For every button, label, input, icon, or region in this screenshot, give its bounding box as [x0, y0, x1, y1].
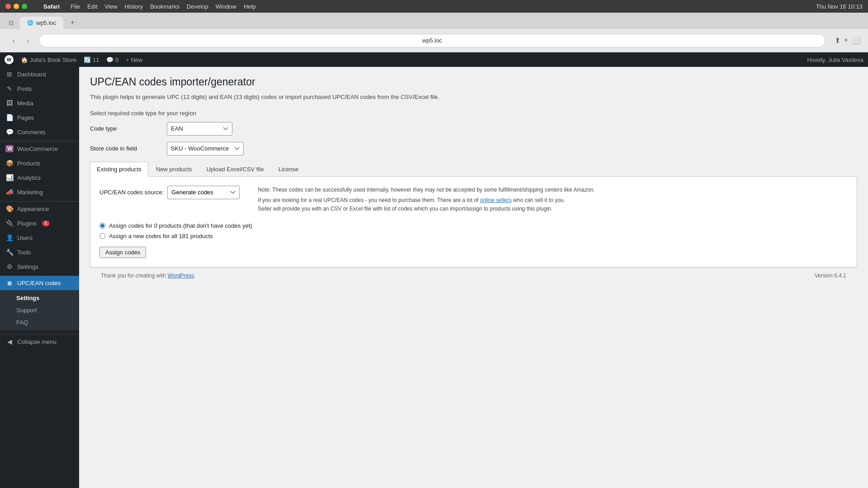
sidebar-collapse-label: Collapse menu — [17, 338, 57, 345]
analytics-icon: 📊 — [5, 174, 14, 181]
radio-no-codes-input[interactable] — [99, 223, 105, 229]
tab-title: wp5.loc — [36, 19, 56, 26]
sidebar-label-users: Users — [17, 235, 33, 241]
tab-existing-products[interactable]: Existing products — [90, 162, 148, 177]
plugins-icon: 🔌 — [5, 220, 14, 227]
fullscreen-button[interactable] — [22, 4, 27, 9]
sidebar-item-appearance[interactable]: 🎨 Appearance — [0, 201, 79, 216]
page-footer: Thank you for creating with WordPress. V… — [90, 267, 857, 283]
sidebar-item-tools[interactable]: 🔧 Tools — [0, 245, 79, 259]
sidebar-label-upc-ean: UPC/EAN codes — [17, 280, 61, 286]
forward-button[interactable]: › — [22, 34, 34, 47]
tab-new-products[interactable]: New products — [149, 162, 198, 176]
note-line2: If you are looking for a real UPC/EAN co… — [258, 196, 848, 205]
sidebar-label-media: Media — [17, 100, 33, 107]
browser-navbar: ‹ › wp5.loc ⬆ + ⬜ — [0, 29, 868, 52]
sidebar-label-appearance: Appearance — [17, 206, 49, 212]
menu-help[interactable]: Help — [244, 3, 256, 10]
admin-bar-user[interactable]: Howdy, Julia Vasileva — [807, 56, 863, 63]
radio-all-products-label: Assign a new codes for all 181 products — [109, 233, 213, 239]
admin-bar-site-name[interactable]: 🏠 Julia's Book Store — [21, 56, 76, 63]
minimize-button[interactable] — [14, 4, 19, 9]
plugins-badge: 6 — [42, 221, 50, 226]
sidebar-label-dashboard: Dashboard — [17, 71, 46, 78]
sidebar-item-settings[interactable]: ⚙ Settings — [0, 259, 79, 274]
sidebar-item-upc-ean[interactable]: ▦ UPC/EAN codes — [0, 276, 79, 290]
admin-bar-new[interactable]: + New — [126, 56, 142, 63]
page-description: This plugin helps to generate UPC (12 di… — [90, 93, 857, 102]
tab-content-existing: UPC/EAN codes source: Generate codes Imp… — [90, 177, 857, 268]
sidebar-label-posts: Posts — [17, 85, 32, 92]
sidebar-label-comments: Comments — [17, 129, 46, 136]
back-button[interactable]: ‹ — [7, 34, 20, 47]
code-type-select[interactable]: EAN UPC — [167, 122, 232, 136]
note-box: Note: These codes can be successfully us… — [258, 186, 848, 214]
menu-file[interactable]: File — [71, 3, 80, 10]
sidebar-toggle[interactable]: ⊡ — [5, 16, 17, 29]
tab-upload-excel[interactable]: Upload Excel/CSV file — [199, 162, 270, 176]
sidebar-item-posts[interactable]: ✎ Posts — [0, 81, 79, 96]
sidebar-sub-settings[interactable]: Settings — [0, 292, 79, 304]
dashboard-icon: ⊞ — [5, 70, 14, 78]
tab-bar: ⊡ 🌐 wp5.loc + — [0, 13, 868, 29]
tab-license[interactable]: License — [272, 162, 306, 176]
new-tab-icon[interactable]: + — [844, 36, 848, 45]
wordpress-link[interactable]: WordPress — [167, 272, 194, 279]
sidebar-item-analytics[interactable]: 📊 Analytics — [0, 170, 79, 185]
wp-body: ⊞ Dashboard ✎ Posts 🖼 Media 📄 Pages 💬 — [0, 67, 868, 488]
sidebar-item-woocommerce[interactable]: W WooCommerce — [0, 141, 79, 156]
menu-window[interactable]: Window — [216, 3, 236, 10]
admin-bar-updates[interactable]: 🔄 11 — [84, 56, 99, 63]
mac-right-menu: Thu Nov 16 10:13 — [816, 3, 863, 10]
products-icon: 📦 — [5, 160, 14, 167]
url-bar[interactable]: wp5.loc — [39, 34, 826, 47]
store-code-select[interactable]: SKU - WooCommerce Custom field — [167, 142, 244, 155]
radio-all-products[interactable]: Assign a new codes for all 181 products — [99, 233, 848, 239]
traffic-lights[interactable] — [5, 4, 27, 9]
close-button[interactable] — [5, 4, 11, 9]
mac-titlebar: Safari File Edit View History Bookmarks … — [0, 0, 868, 13]
sidebar-label-marketing: Marketing — [17, 189, 43, 196]
sidebar-item-pages[interactable]: 📄 Pages — [0, 110, 79, 125]
wp-sidebar: ⊞ Dashboard ✎ Posts 🖼 Media 📄 Pages 💬 — [0, 67, 79, 488]
mac-menu: Safari File Edit View History Bookmarks … — [43, 3, 256, 10]
radio-no-codes-label: Assign codes for 0 products (that don't … — [109, 222, 252, 229]
menu-history[interactable]: History — [124, 3, 142, 10]
online-sellers-link[interactable]: online sellers — [480, 197, 512, 203]
sidebar-item-marketing[interactable]: 📣 Marketing — [0, 185, 79, 199]
source-label: UPC/EAN codes source: — [99, 189, 164, 196]
sidebar-sub-support[interactable]: Support — [0, 304, 79, 316]
sidebar-sub-faq[interactable]: FAQ — [0, 316, 79, 328]
new-tab-button[interactable]: + — [66, 16, 79, 29]
sidebar-item-dashboard[interactable]: ⊞ Dashboard — [0, 67, 79, 81]
assign-codes-button[interactable]: Assign codes — [99, 247, 146, 258]
menu-bookmarks[interactable]: Bookmarks — [150, 3, 179, 10]
menu-edit[interactable]: Edit — [87, 3, 97, 10]
sidebar-item-products[interactable]: 📦 Products — [0, 156, 79, 170]
page-title: UPC/EAN codes importer/generator — [90, 76, 857, 88]
admin-bar-comments[interactable]: 💬 0 — [106, 56, 118, 63]
menu-develop[interactable]: Develop — [187, 3, 208, 10]
store-code-row: Store code in field SKU - WooCommerce Cu… — [90, 142, 857, 155]
menu-view[interactable]: View — [105, 3, 118, 10]
radio-no-codes[interactable]: Assign codes for 0 products (that don't … — [99, 222, 848, 229]
tools-icon: 🔧 — [5, 249, 14, 256]
tabs-icon[interactable]: ⬜ — [852, 36, 861, 45]
media-icon: 🖼 — [5, 99, 14, 107]
users-icon: 👤 — [5, 234, 14, 241]
share-icon[interactable]: ⬆ — [835, 36, 840, 45]
sidebar-item-comments[interactable]: 💬 Comments — [0, 125, 79, 139]
wp-logo-icon: W — [5, 55, 14, 64]
sidebar-collapse[interactable]: ◀ Collapse menu — [0, 334, 79, 349]
browser-window: ⊡ 🌐 wp5.loc + ‹ › wp5.loc ⬆ + ⬜ W 🏠 Juli… — [0, 13, 868, 488]
sidebar-item-users[interactable]: 👤 Users — [0, 230, 79, 245]
code-type-row: Code type EAN UPC — [90, 122, 857, 136]
source-select[interactable]: Generate codes Import from CSV — [167, 186, 240, 199]
radio-all-products-input[interactable] — [99, 233, 105, 239]
sidebar-label-analytics: Analytics — [17, 174, 41, 181]
sidebar-item-media[interactable]: 🖼 Media — [0, 96, 79, 110]
pages-icon: 📄 — [5, 114, 14, 121]
wp-logo-area[interactable]: W — [5, 55, 14, 64]
browser-tab[interactable]: 🌐 wp5.loc — [20, 17, 63, 29]
sidebar-item-plugins[interactable]: 🔌 Plugins 6 — [0, 216, 79, 230]
